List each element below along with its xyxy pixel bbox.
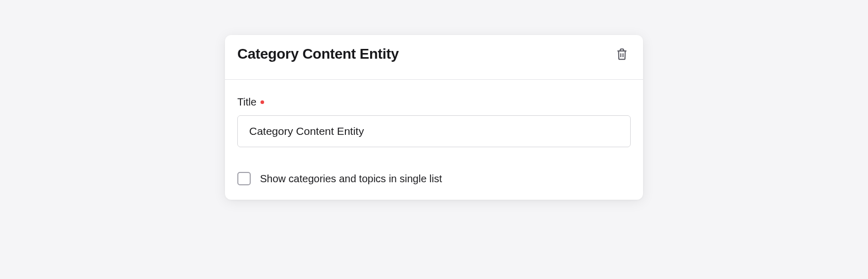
entity-card: Category Content Entity Title Show categ… (225, 35, 643, 200)
title-field-label: Title (237, 96, 631, 108)
title-label-text: Title (237, 96, 256, 108)
show-single-list-checkbox[interactable] (237, 172, 251, 185)
required-indicator-icon (261, 100, 264, 104)
card-title: Category Content Entity (237, 46, 399, 62)
trash-icon (615, 47, 629, 61)
card-body: Title Show categories and topics in sing… (225, 80, 643, 200)
title-input[interactable] (237, 115, 631, 147)
show-single-list-label[interactable]: Show categories and topics in single lis… (260, 173, 442, 185)
checkbox-row: Show categories and topics in single lis… (237, 172, 631, 185)
delete-button[interactable] (613, 45, 631, 63)
card-header: Category Content Entity (225, 35, 643, 79)
